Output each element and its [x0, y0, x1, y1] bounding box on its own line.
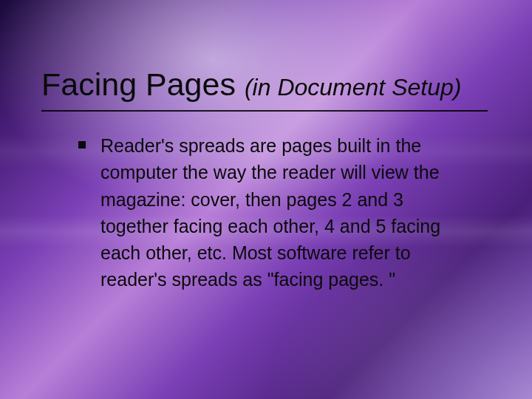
slide: Facing Pages (in Document Setup) Reader'…: [0, 0, 532, 399]
title-sub-text: (in Document Setup): [245, 74, 461, 101]
bullet-item: Reader's spreads are pages built in the …: [78, 132, 488, 293]
bullet-text: Reader's spreads are pages built in the …: [100, 132, 455, 293]
title-main-text: Facing Pages: [41, 66, 236, 103]
square-bullet-icon: [78, 141, 86, 149]
slide-title: Facing Pages (in Document Setup): [41, 66, 488, 112]
slide-body: Reader's spreads are pages built in the …: [44, 132, 488, 293]
